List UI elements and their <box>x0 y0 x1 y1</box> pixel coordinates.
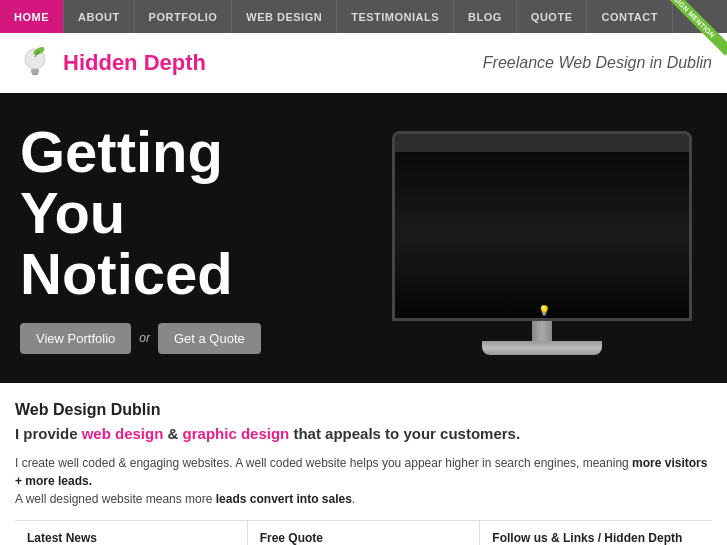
hero-section: Getting You Noticed View Portfolio or Ge… <box>0 93 727 383</box>
nav-home[interactable]: HOME <box>0 0 64 33</box>
monitor-screen-inner <box>395 152 689 318</box>
get-quote-button[interactable]: Get a Quote <box>158 323 261 354</box>
nav-portfolio[interactable]: PORTFOLIO <box>135 0 233 33</box>
site-header: Hidden Depth Freelance Web Design in Dub… <box>0 33 727 93</box>
web-design-text: web design <box>82 425 164 442</box>
logo-text: Hidden Depth <box>63 50 206 76</box>
main-content: Web Design Dublin I provide web design &… <box>0 383 727 545</box>
logo-icon <box>15 43 55 83</box>
content-body2: A well designed website means more leads… <box>15 490 712 508</box>
footer-col-quote: Free Quote <box>248 521 481 546</box>
footer-col-quote-title: Free Quote <box>260 531 468 545</box>
logo-first-word: Hidden <box>63 50 138 75</box>
body2-text: A well designed website means more <box>15 492 212 506</box>
body2-bold: leads convert into sales <box>216 492 352 506</box>
nav-about[interactable]: ABOUT <box>64 0 135 33</box>
logo-accent-word: Depth <box>144 50 206 75</box>
footer-columns: Latest News Free Quote Follow us & Links… <box>15 520 712 546</box>
content-title: Web Design Dublin <box>15 401 712 419</box>
logo[interactable]: Hidden Depth <box>15 43 206 83</box>
footer-col-follow-title: Follow us & Links / Hidden Depth <box>492 531 700 545</box>
main-nav: HOME ABOUT PORTFOLIO WEB DESIGN TESTIMON… <box>0 0 727 33</box>
footer-col-follow: Follow us & Links / Hidden Depth <box>480 521 712 546</box>
monitor-stand-neck <box>532 321 552 341</box>
svg-rect-1 <box>31 69 39 73</box>
nav-web-design[interactable]: WEB DESIGN <box>232 0 337 33</box>
monitor-screen <box>392 131 692 321</box>
monitor-stand-base <box>482 341 602 355</box>
view-portfolio-button[interactable]: View Portfolio <box>20 323 131 354</box>
hero-buttons: View Portfolio or Get a Quote <box>20 323 377 354</box>
content-body1: I create well coded & engaging websites.… <box>15 454 712 490</box>
svg-rect-2 <box>32 73 38 75</box>
design-mention-ribbon: DESIGN MENTION <box>657 0 727 70</box>
content-tagline: I provide web design & graphic design th… <box>15 423 712 446</box>
graphic-design-text: graphic design <box>183 425 290 442</box>
footer-col-news-title: Latest News <box>27 531 235 545</box>
monitor-light <box>538 300 546 310</box>
nav-quote[interactable]: QUOTE <box>517 0 588 33</box>
footer-col-news: Latest News <box>15 521 248 546</box>
hero-headline: Getting You Noticed <box>20 122 377 305</box>
or-label: or <box>139 331 150 345</box>
nav-blog[interactable]: BLOG <box>454 0 517 33</box>
hero-monitor <box>377 131 707 365</box>
body1-text: I create well coded & engaging websites.… <box>15 456 629 470</box>
nav-testimonials[interactable]: TESTIMONIALS <box>337 0 454 33</box>
hero-text: Getting You Noticed View Portfolio or Ge… <box>20 122 377 374</box>
ribbon-label: DESIGN MENTION <box>657 0 727 56</box>
